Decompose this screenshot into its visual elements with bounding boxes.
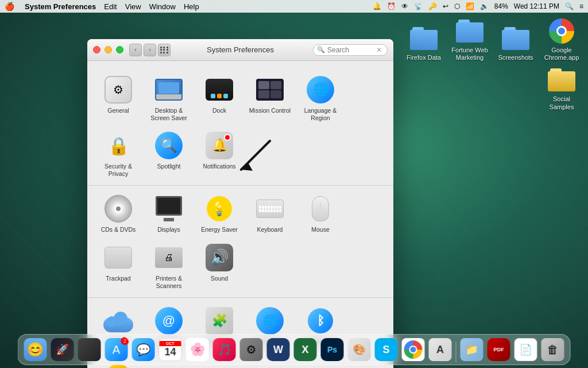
menu-view[interactable]: View bbox=[125, 2, 141, 11]
forward-button[interactable]: › bbox=[144, 44, 156, 56]
pref-item-notifications[interactable]: 🔔 Notifications bbox=[194, 126, 245, 182]
search-box[interactable]: 🔍 ✕ bbox=[313, 44, 388, 56]
menubar-bullets[interactable]: ≡ bbox=[579, 2, 583, 10]
dock-separator bbox=[456, 342, 457, 362]
dock-excel[interactable]: X bbox=[293, 337, 318, 362]
menubar-keychain[interactable]: 🔑 bbox=[428, 2, 437, 10]
pref-item-energy-saver[interactable]: 💡 Energy Saver bbox=[194, 189, 245, 238]
window-controls bbox=[93, 46, 123, 53]
dock-photoshop[interactable]: Ps bbox=[320, 337, 345, 362]
menubar-wifi[interactable]: 📶 bbox=[466, 2, 474, 10]
dock-pages[interactable]: 📄 bbox=[513, 337, 539, 362]
menubar-timemachine[interactable]: ↩ bbox=[443, 2, 448, 10]
menubar: 🍎 System Preferences Edit View Window He… bbox=[0, 0, 588, 13]
pref-item-general[interactable]: ⚙ General bbox=[93, 70, 144, 126]
pref-item-trackpad[interactable]: Trackpad bbox=[93, 238, 144, 294]
dock-calendar[interactable]: OCT 14 bbox=[158, 337, 183, 362]
section-hardware: CDs & DVDs Displays 💡 bbox=[87, 186, 393, 298]
pref-item-cds-dvds[interactable]: CDs & DVDs bbox=[93, 189, 144, 238]
hardware-grid: CDs & DVDs Displays 💡 bbox=[93, 189, 388, 294]
menubar-notification[interactable]: 🔔 bbox=[373, 2, 381, 10]
menu-help[interactable]: Help bbox=[184, 2, 199, 11]
dock-trash[interactable]: 🗑 bbox=[540, 337, 566, 362]
pref-item-desktop-screensaver[interactable]: Desktop & Screen Saver bbox=[144, 70, 194, 126]
menubar-clock[interactable]: ⏰ bbox=[387, 2, 396, 10]
pref-item-security-privacy[interactable]: 🔒 Security & Privacy bbox=[93, 126, 144, 182]
menubar-volume[interactable]: 🔈 bbox=[480, 2, 489, 10]
titlebar: ‹ › System Preferences 🔍 ✕ bbox=[87, 39, 393, 61]
pref-item-mission-control[interactable]: Mission Control bbox=[245, 70, 295, 126]
menubar-search[interactable]: 🔍 bbox=[565, 2, 574, 10]
desktop-icon-social-samples[interactable]: Social Samples bbox=[541, 66, 582, 110]
dock-launchpad[interactable]: 🚀 bbox=[50, 337, 75, 362]
dock-finder[interactable]: 😊 bbox=[23, 337, 48, 362]
nav-buttons: ‹ › bbox=[129, 44, 156, 56]
menubar-screentime[interactable]: 👁 bbox=[401, 2, 408, 10]
menu-window[interactable]: Window bbox=[149, 2, 176, 11]
section-personal: ⚙ General Desktop & Screen Saver bbox=[87, 67, 393, 186]
minimize-button[interactable] bbox=[105, 46, 112, 53]
dock-pdf-editor[interactable]: PDF bbox=[486, 337, 512, 362]
dock: 😊 🚀 A 2 💬 OCT 14 🌸 bbox=[18, 334, 571, 365]
dock-skype[interactable]: S bbox=[374, 337, 399, 362]
menubar-datetime[interactable]: Wed 12:11 PM bbox=[514, 2, 559, 10]
search-input[interactable] bbox=[327, 46, 376, 54]
app-name[interactable]: System Preferences bbox=[25, 2, 96, 11]
pref-item-spotlight[interactable]: 🔍 Spotlight bbox=[144, 126, 194, 182]
apple-menu[interactable]: 🍎 bbox=[5, 2, 14, 11]
maximize-button[interactable] bbox=[116, 46, 123, 53]
menubar-airdrop[interactable]: 📡 bbox=[414, 2, 423, 10]
window-title: System Preferences bbox=[207, 45, 274, 54]
pref-item-printers-scanners[interactable]: 🖨 Printers & Scanners bbox=[144, 238, 194, 294]
desktop-icons-area: Firefox Data Fortune Web Marketing bbox=[403, 17, 582, 111]
search-clear-button[interactable]: ✕ bbox=[376, 46, 382, 54]
back-button[interactable]: ‹ bbox=[129, 44, 142, 56]
pref-item-sound[interactable]: 🔊 Sound bbox=[194, 238, 245, 294]
pref-item-dock[interactable]: Dock bbox=[194, 70, 245, 126]
pref-item-keyboard[interactable]: Keyboard bbox=[245, 189, 295, 238]
system-preferences-window: ‹ › System Preferences 🔍 ✕ bbox=[87, 39, 393, 368]
pref-item-displays[interactable]: Displays bbox=[144, 189, 194, 238]
dock-app-store[interactable]: A 2 bbox=[104, 337, 129, 362]
dock-word[interactable]: W bbox=[266, 337, 291, 362]
dock-chrome[interactable] bbox=[401, 337, 426, 362]
pref-item-mouse[interactable]: Mouse bbox=[295, 189, 346, 238]
desktop: 🍎 System Preferences Edit View Window He… bbox=[0, 0, 588, 368]
personal-grid: ⚙ General Desktop & Screen Saver bbox=[93, 70, 388, 182]
dock-messages[interactable]: 💬 bbox=[131, 337, 156, 362]
menubar-bluetooth[interactable]: ⬡ bbox=[454, 2, 460, 10]
dock-photos[interactable]: 🌸 bbox=[185, 337, 210, 362]
preferences-content: ⚙ General Desktop & Screen Saver bbox=[87, 61, 393, 368]
dock-itunes[interactable]: 🎵 bbox=[212, 337, 237, 362]
pref-item-language-region[interactable]: 🌐 Language & Region bbox=[295, 70, 346, 126]
desktop-icon-screenshots[interactable]: Screenshots bbox=[495, 25, 536, 62]
desktop-icon-chrome-app[interactable]: Google Chrome.app bbox=[541, 17, 582, 62]
close-button[interactable] bbox=[93, 46, 100, 53]
dock-system-prefs[interactable]: ⚙ bbox=[239, 337, 264, 362]
dock-finder2[interactable]: 📁 bbox=[459, 337, 485, 362]
dock-font-book[interactable]: A bbox=[428, 337, 453, 362]
search-icon: 🔍 bbox=[317, 46, 325, 53]
dock-photos2[interactable]: 🎨 bbox=[347, 337, 372, 362]
desktop-icon-fortune-web[interactable]: Fortune Web Marketing bbox=[449, 17, 490, 62]
dock-multiwin[interactable] bbox=[77, 337, 102, 362]
menubar-battery[interactable]: 84% bbox=[494, 2, 508, 10]
grid-view-button[interactable] bbox=[158, 44, 171, 56]
menu-edit[interactable]: Edit bbox=[104, 2, 117, 11]
desktop-icon-firefox-data[interactable]: Firefox Data bbox=[403, 25, 444, 62]
